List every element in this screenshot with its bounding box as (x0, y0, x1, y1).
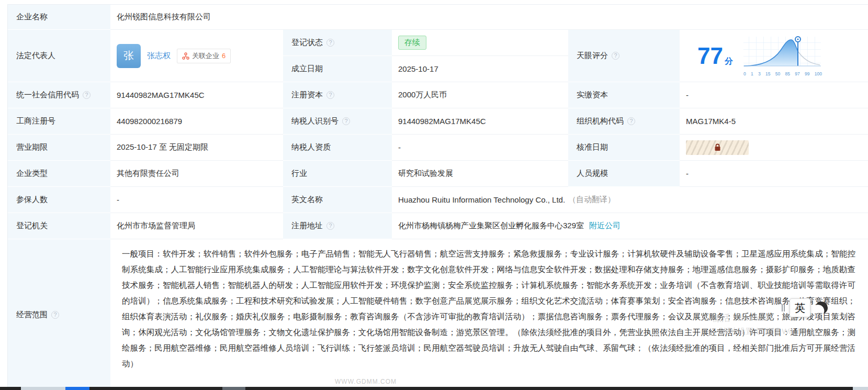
legal-rep-cell: 张 张志权 关联企业 6 (110, 30, 283, 82)
avatar: 张 (117, 44, 141, 68)
industry-value: 研究和试验发展 (392, 161, 568, 187)
taxpayer-quality-label: 纳税人资质 (283, 135, 392, 161)
business-scope-label: 经营范围 (8, 239, 110, 390)
staff-size-label: 人员规模 (568, 161, 680, 187)
business-term-value: 2025-10-17 至 无固定期限 (110, 135, 283, 161)
legal-rep-label: 法定代表人 (8, 30, 110, 82)
taxpayer-quality-value: - (392, 135, 568, 161)
reg-address-label: 注册地址 (283, 213, 392, 239)
help-icon[interactable] (326, 39, 334, 47)
org-code-label: 组织机构代码 (568, 108, 680, 135)
insured-count-value: - (110, 187, 283, 213)
org-network-icon (182, 52, 189, 60)
legal-rep-name-link[interactable]: 张志权 (147, 51, 171, 61)
reg-authority-label: 登记机关 (8, 213, 110, 239)
reg-number-value: 440982000216879 (110, 108, 283, 135)
label-text: 法定代表人 (16, 51, 55, 61)
english-name-value: Huazhou Ruitu Information Technology Co.… (392, 187, 868, 213)
paid-capital-label: 实缴资本 (568, 82, 680, 108)
related-companies-button[interactable]: 关联企业 6 (177, 49, 231, 63)
company-type-value: 其他有限责任公司 (110, 161, 283, 187)
reg-capital-label: 注册资本 (283, 82, 392, 108)
english-name-label: 英文名称 (283, 187, 392, 213)
help-icon[interactable] (612, 52, 619, 60)
business-term-label: 营业期限 (8, 135, 110, 161)
label-text: 企业名称 (16, 12, 48, 22)
taskbar-segment (21, 387, 65, 390)
business-scope-text: 一般项目：软件开发；软件销售；软件外包服务；电子产品销售；智能无人飞行器销售；航… (110, 239, 868, 390)
help-icon[interactable] (326, 91, 334, 99)
reg-status-value: 存续 (392, 30, 568, 56)
taskbar-segment-active (65, 387, 89, 390)
org-code-value: MAG17MK4-5 (680, 108, 868, 135)
help-icon[interactable] (627, 117, 635, 125)
value-text: 化州锐图信息科技有限公司 (117, 12, 211, 22)
taxpayer-id-value: 91440982MAG17MK45C (392, 108, 568, 135)
auto-translate-note: （自动翻译） (568, 195, 615, 205)
floating-lang-widget[interactable]: 英 (782, 298, 828, 317)
help-icon[interactable] (83, 91, 91, 99)
reg-number-label: 工商注册号 (8, 108, 110, 135)
locked-value-placeholder[interactable] (686, 140, 749, 155)
staff-size-value: - (680, 161, 868, 187)
company-type-label: 企业类型 (8, 161, 110, 187)
related-companies-label: 关联企业 (192, 51, 219, 61)
taskbar-segment (222, 387, 245, 390)
credit-code-label: 统一社会信用代码 (8, 82, 110, 108)
help-icon[interactable] (51, 311, 59, 319)
company-name-value: 化州锐图信息科技有限公司 (110, 5, 868, 30)
lock-icon (714, 143, 721, 151)
related-companies-count: 6 (222, 52, 226, 60)
taskbar-segment (853, 387, 868, 390)
help-icon[interactable] (342, 117, 350, 125)
taskbar-sliver[interactable] (0, 387, 868, 390)
establish-date-label: 成立日期 (283, 56, 392, 82)
score-label: 天眼评分 (568, 30, 680, 82)
reg-authority-value: 化州市市场监督管理局 (110, 213, 283, 239)
industry-label: 行业 (283, 161, 392, 187)
credit-code-value: 91440982MAG17MK45C (110, 82, 283, 108)
reg-status-label: 登记状态 (283, 30, 392, 56)
nearby-companies-link[interactable]: 附近公司 (589, 221, 621, 231)
status-badge: 存续 (398, 36, 426, 50)
paid-capital-value: - (680, 82, 868, 108)
moon-icon[interactable] (814, 300, 829, 315)
lang-indicator-badge[interactable]: 英 (790, 298, 810, 317)
help-icon[interactable] (326, 222, 334, 230)
score-axis-ticks: 0131550859799100 (743, 71, 822, 76)
score-curve-chart: 0131550859799100 (741, 36, 823, 76)
insured-count-label: 参保人数 (8, 187, 110, 213)
establish-date-value: 2025-10-17 (392, 56, 568, 82)
reg-address-value: 化州市杨梅镇杨梅产业集聚区创业孵化服务中心329室 附近公司 (392, 213, 868, 239)
taxpayer-id-label: 纳税人识别号 (283, 108, 392, 135)
approval-date-label: 核准日期 (568, 135, 680, 161)
drag-handle-icon[interactable] (782, 304, 785, 311)
company-info-table: 企业名称 化州锐图信息科技有限公司 法定代表人 张 张志权 关联企业 6 登记状… (7, 4, 868, 390)
score-number: 77分 (697, 44, 733, 68)
score-cell: 77分 01315508597 (680, 30, 868, 82)
company-name-label: 企业名称 (8, 5, 110, 30)
approval-date-value (680, 135, 868, 161)
reg-capital-value: 2000万人民币 (392, 82, 568, 108)
